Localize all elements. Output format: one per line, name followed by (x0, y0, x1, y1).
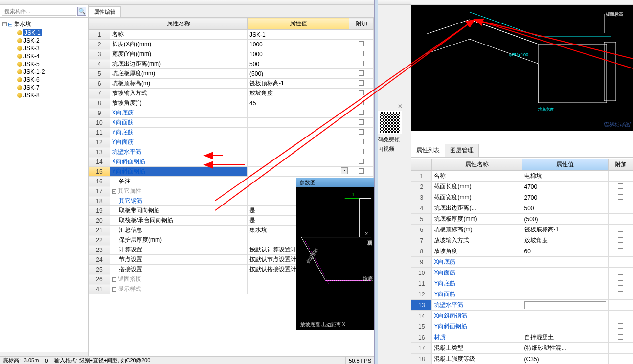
right-row-10[interactable]: 10X向面筋 (411, 268, 633, 278)
r-prop-value[interactable]: 60 (522, 246, 609, 257)
checkbox[interactable] (359, 129, 364, 135)
checkbox[interactable] (618, 323, 623, 329)
prop-value[interactable]: JSK-1 (248, 30, 349, 40)
prop-value[interactable]: 1000 (248, 49, 349, 59)
tab-property-list[interactable]: 属性列表 (411, 144, 445, 157)
prop-value[interactable] (248, 128, 349, 137)
prop-value[interactable]: 筏板顶标高-1 (248, 79, 349, 89)
prop-row-10[interactable]: 10X向面筋 (89, 118, 374, 128)
prop-value[interactable]: 1000 (248, 40, 349, 49)
checkbox[interactable] (359, 100, 364, 105)
checkbox[interactable] (618, 205, 623, 210)
right-row-5[interactable]: 5坑底板厚度(mm)(500) (411, 214, 633, 225)
right-row-3[interactable]: 3截面宽度(mm)2700 (411, 192, 633, 203)
checkbox[interactable] (618, 280, 623, 286)
right-row-12[interactable]: 12Y向面筋 (411, 289, 633, 300)
prop-add[interactable] (349, 49, 374, 59)
checkbox[interactable] (359, 70, 364, 76)
prop-row-9[interactable]: 9X向底筋 (89, 108, 374, 118)
checkbox[interactable] (618, 345, 623, 350)
r-prop-value[interactable]: 放坡角度 (522, 235, 609, 246)
prop-row-3[interactable]: 3宽度(Y向)(mm)1000 (89, 49, 374, 59)
prop-row-1[interactable]: 1名称JSK-1 (89, 30, 374, 40)
checkbox[interactable] (618, 259, 623, 264)
prop-add[interactable] (349, 118, 374, 128)
expander-icon[interactable]: + (112, 287, 116, 292)
cad-view[interactable]: φ25@100 板面标高 坑底宽度 电梯坑详图 (411, 5, 633, 131)
r-prop-add[interactable] (609, 214, 633, 225)
right-row-7[interactable]: 7放坡输入方式放坡角度 (411, 235, 633, 246)
prop-row-15[interactable]: 15Y向斜面钢筋⋯ (89, 167, 374, 177)
right-row-18[interactable]: 18混凝土强度等级(C35) (411, 354, 633, 364)
prop-add[interactable] (349, 40, 374, 49)
r-prop-value[interactable]: 电梯坑 (522, 171, 609, 182)
right-row-1[interactable]: 1名称电梯坑 (411, 171, 633, 182)
prop-add[interactable] (349, 89, 374, 98)
right-row-14[interactable]: 14X向斜面钢筋 (411, 311, 633, 321)
r-prop-add[interactable] (609, 343, 633, 354)
r-prop-value[interactable] (522, 268, 609, 278)
r-prop-add[interactable] (609, 278, 633, 289)
checkbox[interactable] (618, 302, 623, 307)
right-row-15[interactable]: 15Y向斜面钢筋 (411, 321, 633, 332)
tree-item-jsk-2[interactable]: JSK-2 (1, 37, 87, 45)
prop-row-5[interactable]: 5坑底板厚度(mm)(500) (89, 69, 374, 79)
checkbox[interactable] (618, 270, 623, 275)
divider[interactable] (374, 0, 378, 364)
r-prop-add[interactable] (609, 332, 633, 343)
checkbox[interactable] (359, 139, 364, 144)
r-prop-value[interactable] (522, 300, 609, 311)
checkbox[interactable] (359, 168, 364, 174)
checkbox[interactable] (618, 227, 623, 232)
checkbox[interactable] (618, 356, 623, 361)
prop-value[interactable]: 45 (248, 98, 349, 108)
prop-add[interactable] (349, 79, 374, 89)
r-prop-value[interactable]: 自拌混凝土 (522, 332, 609, 343)
checkbox[interactable] (359, 149, 364, 154)
r-prop-value[interactable] (522, 311, 609, 321)
r-prop-add[interactable] (609, 300, 633, 311)
prop-value[interactable]: 放坡角度 (248, 89, 349, 98)
r-prop-value[interactable]: (C35) (522, 354, 609, 364)
value-input[interactable] (524, 301, 607, 309)
right-row-17[interactable]: 17混凝土类型(特细砂塑性混... (411, 343, 633, 354)
checkbox[interactable] (359, 90, 364, 95)
checkbox[interactable] (359, 61, 364, 66)
prop-row-7[interactable]: 7放坡输入方式放坡角度 (89, 89, 374, 98)
prop-row-8[interactable]: 8放坡角度(°)45 (89, 98, 374, 108)
right-row-9[interactable]: 9X向底筋 (411, 257, 633, 268)
checkbox[interactable] (618, 291, 623, 296)
r-prop-add[interactable] (609, 311, 633, 321)
tree-item-jsk-5[interactable]: JSK-5 (1, 60, 87, 68)
r-prop-value[interactable]: (特细砂塑性混... (522, 343, 609, 354)
tab-property-edit[interactable]: 属性编辑 (89, 6, 121, 17)
prop-add[interactable] (349, 128, 374, 137)
tree-item-jsk-1[interactable]: JSK-1 (1, 29, 87, 37)
checkbox[interactable] (618, 216, 623, 221)
r-prop-value[interactable]: 2700 (522, 192, 609, 203)
prop-add[interactable] (349, 167, 374, 177)
prop-row-6[interactable]: 6坑板顶标高(m)筏板顶标高-1 (89, 79, 374, 89)
prop-value[interactable]: 500 (248, 59, 349, 69)
prop-row-13[interactable]: 13坑壁水平筋 (89, 147, 374, 157)
r-prop-add[interactable] (609, 182, 633, 192)
prop-row-2[interactable]: 2长度(X向)(mm)1000 (89, 40, 374, 49)
checkbox[interactable] (618, 183, 623, 189)
prop-value[interactable] (248, 137, 349, 147)
r-prop-add[interactable] (609, 268, 633, 278)
r-prop-value[interactable] (522, 321, 609, 332)
right-row-11[interactable]: 11Y向底筋 (411, 278, 633, 289)
prop-add[interactable] (349, 137, 374, 147)
prop-add[interactable] (349, 30, 374, 40)
r-prop-value[interactable] (522, 278, 609, 289)
r-prop-add[interactable] (609, 354, 633, 364)
r-prop-value[interactable] (522, 289, 609, 300)
param-diagram-window[interactable]: 参数图 1 X 斜面钢筋 坑板顶 坑底 放坡底宽 出边距离 X (296, 178, 374, 330)
expander-icon[interactable]: - (112, 189, 116, 194)
close-icon[interactable]: ✕ (398, 103, 404, 109)
r-prop-value[interactable]: 4700 (522, 182, 609, 192)
prop-add[interactable] (349, 69, 374, 79)
expander-icon[interactable]: + (112, 277, 116, 282)
tree-item-jsk-4[interactable]: JSK-4 (1, 52, 87, 60)
checkbox[interactable] (618, 194, 623, 200)
